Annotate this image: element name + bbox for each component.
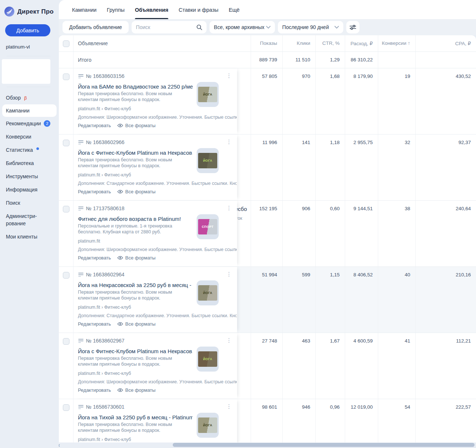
app-logo[interactable]: Директ Про [0,0,59,17]
ad-id[interactable]: № 16638602967 [86,338,125,344]
cell-cpa: 240,64 [415,201,476,266]
ad-id[interactable]: № 16586730601 [86,404,125,410]
ad-id[interactable]: № 16638602966 [86,139,125,145]
eye-icon [117,388,123,392]
ad-title-link[interactable]: Йога с Фитнес-Клубом Platinum на Некрасо… [78,150,193,156]
ad-id[interactable]: № 16638603156 [86,73,125,79]
cell-impressions: 152 195 [251,201,282,266]
ad-description: Первая тренировка бесплатно. Всем новым … [78,356,191,367]
ad-thumbnail[interactable]: СПОРТ [197,214,219,239]
sidebar-item-statistics[interactable]: Статистика [0,143,59,157]
cell-conversions: 40 [378,267,415,333]
all-formats-link[interactable]: Все форматы [117,387,155,393]
sidebar-item-conversions[interactable]: Конверсии [0,130,59,143]
ad-title-link[interactable]: Фитнес для любого возраста в Platinum! [78,216,193,222]
all-formats-link[interactable]: Все форматы [117,123,155,128]
sidebar-item-library[interactable]: Библиотека [0,157,59,170]
columns-settings-button[interactable] [346,21,359,33]
row-menu-icon[interactable]: ⋮ [226,403,232,410]
thumbnail-text: СПОРТ [202,225,214,229]
sidebar-item-tools[interactable]: Инструменты [0,170,59,183]
brand-icon [4,7,14,17]
row-checkbox[interactable] [63,206,69,212]
ad-id[interactable]: № 17137580618 [86,205,125,211]
tab-bids-phrases[interactable]: Ставки и фразы [179,0,218,19]
sidebar-item-recommendations[interactable]: Рекомендации 2 [0,117,59,130]
row-menu-icon[interactable]: ⋮ [226,204,232,212]
row-menu-icon[interactable]: ⋮ [226,270,232,278]
text-ad-icon [78,74,83,78]
all-formats-link[interactable]: Все форматы [117,321,155,327]
cell-ctr: 1,15 [315,267,345,333]
text-ad-icon [78,272,83,277]
tab-more[interactable]: Ещё [229,0,240,19]
statistics-dot-badge [36,147,39,150]
collapse-panel-icon[interactable]: ‹ [58,442,64,448]
chevron-down-icon [334,26,339,29]
sidebar-item-campaigns[interactable]: Кампании [2,104,57,117]
column-header-cpa[interactable]: CPA, ₽ [415,35,476,51]
horizontal-scrollbar[interactable] [173,443,475,447]
sidebar-divider [7,87,50,87]
sidebar-item-overview[interactable]: Обзор β [0,91,59,104]
period-filter-select[interactable]: Последние 90 дней [278,21,343,33]
cell-cpa: 430,52 [415,68,476,134]
brand-name: Директ Про [17,8,54,15]
sidebar-item-administration[interactable]: Администри-рование [0,209,51,230]
cell-clicks: 946 [282,399,315,442]
column-header-conversions[interactable]: Конверсии ↑ [378,35,415,51]
all-formats-link[interactable]: Все форматы [117,189,155,194]
cell-ctr: 1,67 [315,333,345,399]
row-checkbox[interactable] [63,272,69,279]
status-filter-select[interactable]: Все, кроме архивных [210,21,275,33]
search-input[interactable] [136,24,195,30]
row-menu-icon[interactable]: ⋮ [226,72,232,79]
edit-link[interactable]: Редактировать [78,189,111,194]
cell-ctr: 0,60 [315,201,345,266]
row-checkbox[interactable] [63,404,69,411]
ad-title-link[interactable]: Йога на БАМе во Владивостоке за 2250 р/м… [78,83,193,90]
row-checkbox[interactable] [63,338,69,345]
column-header-clicks[interactable]: Клики [282,35,315,51]
account-name[interactable]: platinum-vl [6,44,30,50]
select-all-checkbox[interactable] [63,40,69,47]
thumbnail-text: ЙОГА [203,423,212,427]
ad-thumbnail[interactable]: ЙОГА [197,413,219,438]
ad-id[interactable]: № 16638602964 [86,272,125,277]
ad-thumbnail[interactable]: ЙОГА [197,148,219,173]
totals-clicks: 11 510 [282,52,315,68]
edit-link[interactable]: Редактировать [78,123,111,128]
sidebar-item-my-clients[interactable]: Мои клиенты [0,230,59,243]
ad-title-link[interactable]: Йога на Некрасовской за 2250 руб в месяц… [78,282,193,288]
search-box[interactable] [132,21,207,33]
cell-impressions: 11 996 [251,135,282,200]
all-formats-link[interactable]: Все форматы [117,255,155,261]
tab-ads[interactable]: Объявления [135,0,168,19]
column-header-impressions[interactable]: Показы [251,35,282,51]
edit-link[interactable]: Редактировать [78,387,111,393]
ad-description: Первая тренировка бесплатно. Всем новым … [78,290,191,301]
add-ad-button[interactable]: Добавить объявление [62,21,129,33]
ad-description: Персональные и групповые. 1-я тренировка… [78,223,191,235]
ad-title-link[interactable]: Йога на Тихой за 2250 руб в месяц - Plat… [78,414,193,420]
row-menu-icon[interactable]: ⋮ [226,138,232,146]
column-header-ctr[interactable]: CTR, % [315,35,345,51]
add-button[interactable]: Добавить [5,24,50,36]
row-checkbox[interactable] [63,140,69,146]
sidebar-item-information[interactable]: Информация [0,183,59,196]
sidebar-item-search[interactable]: Поиск [0,196,59,209]
tab-groups[interactable]: Группы [107,0,125,19]
ad-thumbnail[interactable]: ЙОГА [197,82,219,107]
row-checkbox[interactable] [63,74,69,80]
edit-link[interactable]: Редактировать [78,321,111,327]
table-header-row: Объявление Показы Клики CTR, % Расход, ₽… [59,35,476,52]
ad-additions: Дополнения: Широкоформатное изображение.… [78,379,237,384]
column-header-cost[interactable]: Расход, ₽ [345,35,378,51]
totals-cpa [415,52,476,68]
row-menu-icon[interactable]: ⋮ [226,337,232,344]
ad-thumbnail[interactable]: ЙОГА [197,280,219,305]
tab-campaigns[interactable]: Кампании [72,0,97,19]
ad-thumbnail[interactable]: ЙОГА [197,347,219,372]
edit-link[interactable]: Редактировать [78,255,111,261]
ad-title-link[interactable]: Йога с Фитнес-Клубом Platinum на Некрасо… [78,348,193,354]
